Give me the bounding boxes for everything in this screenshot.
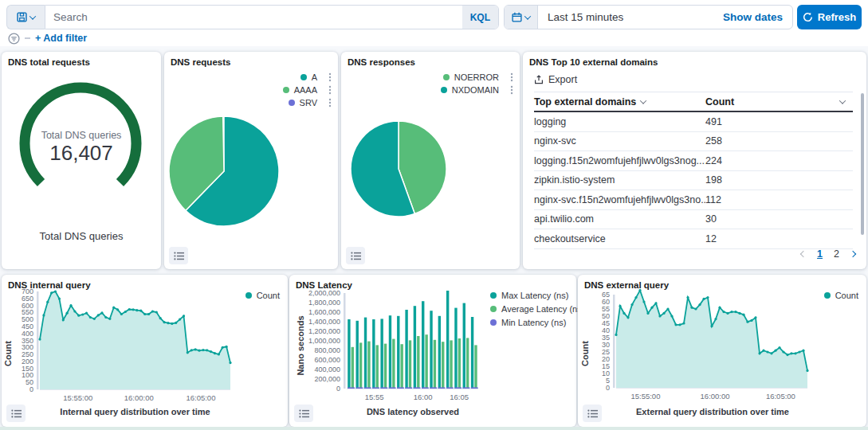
legend-toggle-icon bbox=[587, 409, 598, 418]
svg-text:100: 100 bbox=[22, 371, 33, 379]
table-row: zipkin.istio-system198 bbox=[534, 171, 853, 191]
legend-item-A[interactable]: A bbox=[283, 72, 332, 82]
search-input[interactable] bbox=[45, 11, 462, 23]
refresh-icon bbox=[803, 12, 813, 22]
next-row-panels-edge bbox=[0, 427, 868, 430]
svg-text:400: 400 bbox=[22, 330, 33, 338]
calendar-menu-button[interactable] bbox=[505, 6, 538, 29]
legend-dot bbox=[245, 292, 252, 299]
cell-domain: logging bbox=[534, 116, 705, 127]
legend-toggle-button[interactable] bbox=[346, 247, 365, 264]
svg-text:10: 10 bbox=[602, 369, 610, 377]
svg-text:650: 650 bbox=[22, 295, 33, 303]
svg-text:550: 550 bbox=[22, 308, 33, 316]
panel-dns-top-external-domains: DNS Top 10 external domains Export Top e… bbox=[523, 52, 866, 269]
cell-count: 30 bbox=[705, 213, 853, 225]
table-row: api.twilio.com30 bbox=[534, 210, 853, 230]
legend-dot bbox=[441, 87, 447, 93]
time-range-value[interactable]: Last 15 minutes bbox=[538, 11, 723, 23]
legend-item-max-latency-ns-[interactable]: Max Latency (ns) bbox=[490, 291, 584, 300]
legend-item-min-latency-ns-[interactable]: Min Latency (ns) bbox=[490, 318, 584, 327]
legend-item-NXDOMAIN[interactable]: NXDOMAIN bbox=[441, 85, 513, 95]
legend-toggle-button[interactable] bbox=[169, 247, 188, 264]
kql-language-button[interactable]: KQL bbox=[462, 6, 498, 29]
legend-item-AAAA[interactable]: AAAA bbox=[283, 85, 332, 95]
legend-toggle-button[interactable] bbox=[583, 405, 602, 422]
column-header-label: Count bbox=[705, 96, 734, 108]
export-label: Export bbox=[548, 74, 577, 85]
table-row: checkoutservice12 bbox=[534, 229, 853, 249]
search-bar: KQL bbox=[45, 5, 499, 29]
sort-chevron-icon[interactable] bbox=[839, 97, 846, 104]
table-row: nginx-svc258 bbox=[534, 132, 853, 152]
legend-options-icon[interactable] bbox=[510, 72, 513, 82]
filter-icon[interactable] bbox=[8, 33, 20, 45]
legend-options-icon[interactable] bbox=[328, 98, 332, 108]
page-2-button[interactable]: 2 bbox=[834, 248, 839, 260]
filter-divider bbox=[25, 37, 30, 39]
svg-text:1,600,000: 1,600,000 bbox=[308, 308, 340, 316]
next-page-icon[interactable] bbox=[850, 251, 856, 257]
export-icon bbox=[534, 75, 544, 84]
legend-options-icon[interactable] bbox=[328, 72, 332, 82]
svg-text:300: 300 bbox=[22, 343, 33, 351]
svg-text:16:00: 16:00 bbox=[414, 393, 433, 401]
show-dates-button[interactable]: Show dates bbox=[723, 11, 792, 23]
svg-text:600,000: 600,000 bbox=[314, 356, 340, 364]
svg-text:16:00:00: 16:00:00 bbox=[701, 392, 730, 401]
legend-dot bbox=[443, 74, 450, 80]
gauge-center-label: Total DNS queries bbox=[2, 130, 161, 141]
svg-text:16:05:00: 16:05:00 bbox=[186, 393, 215, 402]
legend-dot bbox=[490, 319, 497, 326]
svg-text:200,000: 200,000 bbox=[314, 375, 340, 383]
svg-text:15:55: 15:55 bbox=[365, 393, 384, 401]
external-query-legend: Count bbox=[824, 291, 858, 300]
legend-item-NOERROR[interactable]: NOERROR bbox=[441, 72, 513, 82]
chevron-down-icon bbox=[524, 13, 531, 19]
refresh-button[interactable]: Refresh bbox=[797, 5, 862, 29]
latency-legend: Max Latency (ns)Average Latency (ns)Min … bbox=[490, 291, 584, 327]
cell-count: 198 bbox=[705, 174, 853, 186]
chevron-down-icon bbox=[29, 13, 36, 19]
svg-text:50: 50 bbox=[26, 378, 33, 386]
prev-page-icon[interactable] bbox=[800, 251, 807, 257]
cell-count: 491 bbox=[705, 116, 853, 127]
svg-text:800,000: 800,000 bbox=[314, 346, 340, 354]
cell-count: 224 bbox=[705, 155, 853, 166]
internal-query-legend: Count bbox=[245, 291, 280, 300]
legend-dot bbox=[283, 87, 289, 93]
svg-text:15:55:00: 15:55:00 bbox=[630, 392, 660, 401]
legend-dot bbox=[490, 292, 497, 299]
legend-item-average-latency-ns-[interactable]: Average Latency (ns) bbox=[490, 304, 584, 314]
legend-label: Count bbox=[835, 291, 858, 300]
pagination: 1 2 bbox=[801, 248, 855, 260]
legend-label: NOERROR bbox=[454, 72, 499, 82]
legend-toggle-icon bbox=[174, 252, 184, 260]
svg-text:16:00:00: 16:00:00 bbox=[124, 393, 154, 402]
top-bar: KQL Last 15 minutes Show dates Refresh bbox=[0, 0, 868, 46]
column-header-count[interactable]: Count bbox=[705, 96, 853, 108]
table-scrollbar[interactable] bbox=[861, 93, 864, 235]
svg-text:15: 15 bbox=[602, 362, 610, 370]
legend-item-SRV[interactable]: SRV bbox=[283, 98, 332, 108]
legend-item-count[interactable]: Count bbox=[245, 291, 280, 300]
domains-table: Top external domains Count logging491ngi… bbox=[534, 92, 853, 249]
legend-item-count[interactable]: Count bbox=[824, 291, 858, 300]
export-button[interactable]: Export bbox=[534, 74, 577, 85]
column-header-domains[interactable]: Top external domains bbox=[534, 96, 705, 108]
legend-toggle-button[interactable] bbox=[6, 405, 26, 422]
x-axis-label: Internal query distribution over time bbox=[0, 407, 278, 416]
legend-label: NXDOMAIN bbox=[452, 85, 499, 95]
legend-toggle-button[interactable] bbox=[294, 405, 313, 422]
page-1-button[interactable]: 1 bbox=[817, 248, 823, 260]
legend-options-icon[interactable] bbox=[510, 85, 513, 95]
svg-text:0: 0 bbox=[606, 384, 610, 392]
legend-toggle-icon bbox=[299, 409, 309, 418]
legend-options-icon[interactable] bbox=[328, 85, 332, 95]
calendar-icon bbox=[512, 12, 522, 22]
gauge-bottom-label: Total DNS queries bbox=[2, 230, 161, 242]
saved-query-menu-button[interactable] bbox=[6, 5, 45, 29]
sort-chevron-icon[interactable] bbox=[640, 97, 646, 104]
cell-domain: checkoutservice bbox=[534, 233, 705, 244]
add-filter-button[interactable]: + Add filter bbox=[35, 33, 87, 44]
